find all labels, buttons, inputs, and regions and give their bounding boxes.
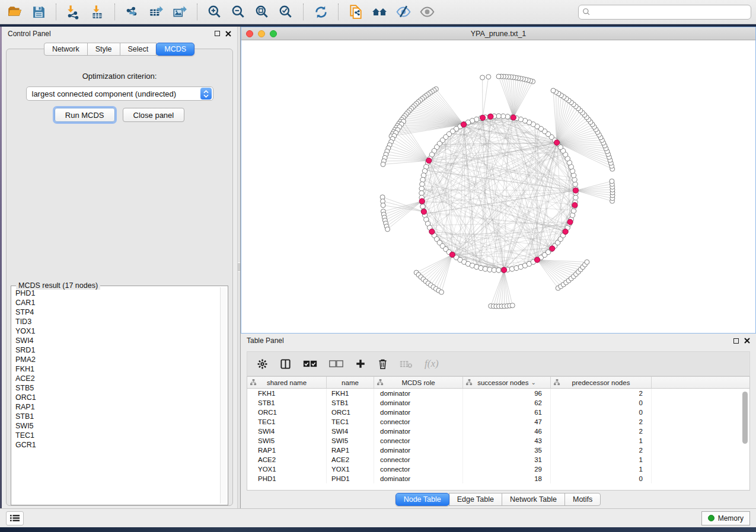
mcds-result-item[interactable]: YOX1 [12,326,219,336]
table-row[interactable]: SWI5SWI5connector431 [247,436,749,446]
toolbar-separator [303,4,304,20]
table-cell: 96 [463,389,551,398]
save-session-icon[interactable] [28,2,49,21]
column-header-name[interactable]: name [327,377,374,388]
open-session-icon[interactable] [5,2,25,21]
zoom-in-icon[interactable] [205,2,225,21]
mcds-result-item[interactable]: RAP1 [12,402,219,412]
node-table: shared name name MCDS role successor nod… [247,376,750,491]
table-cell: 0 [551,474,652,483]
network-graph[interactable] [241,40,755,334]
table-cell-filler [652,464,749,474]
import-network-icon[interactable] [63,2,84,21]
tab-mcds[interactable]: MCDS [156,43,194,56]
zoom-fit-icon[interactable] [252,2,272,21]
mcds-result-item[interactable]: STB5 [12,383,219,393]
criterion-select[interactable]: largest connected component (undirected) [26,86,213,101]
table-cell: SWI5 [327,436,374,446]
tab-style[interactable]: Style [87,43,120,56]
tab-motifs[interactable]: Motifs [564,493,601,506]
table-cell: STB1 [247,398,327,408]
mcds-result-item[interactable]: SRD1 [12,345,219,355]
table-cell-filler [652,446,749,455]
gear-icon[interactable] [257,358,268,370]
mcds-result-item[interactable]: SWI4 [12,336,219,345]
table-row[interactable]: TEC1TEC1connector472 [247,417,749,427]
table-cell: 18 [463,474,551,483]
table-cell: PHD1 [327,474,374,483]
export-network-icon[interactable] [122,2,142,21]
close-panel-button[interactable]: Close panel [123,108,185,122]
table-scrollbar[interactable] [742,392,748,444]
criterion-select-value: largest connected component (undirected) [27,89,200,98]
column-header-predecessor-nodes[interactable]: predecessor nodes [551,377,652,388]
deselect-all-icon[interactable] [329,360,343,368]
close-panel-icon[interactable] [225,31,231,37]
columns-icon[interactable] [280,358,291,370]
table-row[interactable]: ORC1ORC1dominator610 [247,408,749,417]
table-cell: SWI4 [327,427,374,436]
network-canvas[interactable] [241,40,755,333]
run-mcds-button[interactable]: Run MCDS [55,108,115,122]
table-row[interactable]: YOX1YOX1connector291 [247,464,749,474]
mcds-result-item[interactable]: ORC1 [12,393,219,402]
tab-network[interactable]: Network [44,43,88,56]
mcds-result-item[interactable]: TEC1 [12,431,219,440]
tab-select[interactable]: Select [120,43,157,56]
select-all-icon[interactable] [303,360,317,368]
splitter-grip[interactable] [238,262,240,272]
float-panel-icon[interactable] [215,31,220,36]
mcds-result-item[interactable]: STP4 [12,307,219,317]
task-history-button[interactable] [6,511,24,525]
table-cell: YOX1 [247,464,327,474]
mcds-result-item[interactable]: SWI5 [12,421,219,431]
mcds-result-item[interactable]: PMA2 [12,355,219,364]
mcds-list-scrollbar[interactable] [220,287,227,504]
status-bar: Memory [0,508,756,527]
table-cell: 47 [463,417,551,427]
column-header-mcds-role[interactable]: MCDS role [374,377,463,388]
export-image-icon[interactable] [170,2,190,21]
table-panel: Table Panel [241,334,756,508]
zoom-selected-icon[interactable] [276,2,296,21]
zoom-out-icon[interactable] [228,2,248,21]
column-header-filler [652,377,749,388]
mcds-result-item[interactable]: CAR1 [12,298,219,307]
mcds-result-item[interactable]: TID3 [12,317,219,326]
column-header-successor-nodes[interactable]: successor nodes ⌄ [463,377,551,388]
mcds-result-item[interactable]: FKH1 [12,364,219,374]
import-table-icon[interactable] [87,2,107,21]
mcds-result-item[interactable]: GCR1 [12,440,219,450]
mcds-result-group: MCDS result (17 nodes) PHD1CAR1STP4TID3Y… [11,286,228,505]
mcds-result-item[interactable]: STB1 [12,412,219,421]
table-row[interactable]: STB1STB1dominator620 [247,398,749,408]
column-header-shared-name[interactable]: shared name [247,377,327,388]
show-eye-icon[interactable] [417,2,437,21]
add-icon[interactable] [355,358,366,369]
float-panel-icon[interactable] [733,338,739,344]
export-table-icon[interactable] [146,2,166,21]
tab-edge-table[interactable]: Edge Table [449,493,502,506]
tab-network-table[interactable]: Network Table [502,493,565,506]
refresh-icon[interactable] [311,2,331,21]
table-row[interactable]: SWI4SWI4dominator462 [247,427,749,436]
network-view-window: YPA_prune.txt_1 [241,27,756,334]
table-row[interactable]: ACE2ACE2connector311 [247,455,749,464]
table-row[interactable]: FKH1FKH1dominator962 [247,389,749,398]
table-row[interactable]: RAP1RAP1dominator352 [247,446,749,455]
memory-label: Memory [718,514,744,523]
table-row[interactable]: PHD1PHD1dominator180 [247,474,749,483]
memory-button[interactable]: Memory [701,511,750,525]
mcds-result-item[interactable]: PHD1 [12,289,219,298]
table-cell: PHD1 [247,474,327,483]
houses-icon[interactable] [369,2,390,21]
clone-network-icon[interactable] [346,2,366,21]
search-input[interactable] [593,8,747,16]
delete-icon[interactable] [378,358,388,370]
close-panel-icon[interactable] [744,338,750,344]
tab-node-table[interactable]: Node Table [395,493,449,506]
mcds-result-item[interactable]: ACE2 [12,374,219,383]
table-cell: TEC1 [247,417,327,427]
control-panel-header: Control Panel [2,27,237,40]
hide-eye-icon[interactable] [393,2,413,21]
